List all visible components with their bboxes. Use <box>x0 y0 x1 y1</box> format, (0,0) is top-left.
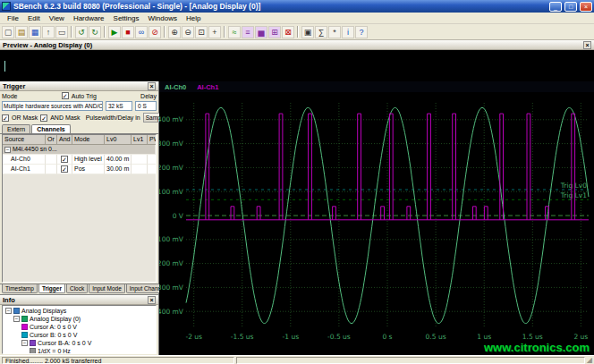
table-row[interactable]: AI-Ch1✓Pos30.00 m <box>3 165 156 174</box>
spectrum-display-icon[interactable]: ▅ <box>255 26 267 38</box>
svg-text:-0.5 us: -0.5 us <box>327 333 351 341</box>
trigger-mode-row: Mode ✓ Auto Trig Delay <box>0 91 158 100</box>
info-icon[interactable]: i <box>342 26 354 38</box>
tree-item[interactable]: Cursor A: 0 s 0 V <box>3 323 156 331</box>
menu-bar: FileEditViewHardwareSettingsWindowsHelp <box>0 13 594 24</box>
cursor-a-icon <box>21 324 28 330</box>
tree-item-label: Analog Displays <box>21 308 66 314</box>
collapse-icon[interactable]: − <box>4 147 11 153</box>
help-icon[interactable]: ? <box>355 26 368 38</box>
tree-item-label: Analog Display (0) <box>30 316 81 322</box>
cell-and[interactable]: ✓ <box>57 165 72 174</box>
digital-display-icon[interactable]: ≡ <box>242 26 254 38</box>
and-checkbox[interactable]: ✓ <box>61 165 68 173</box>
analog-display-icon[interactable]: ≈ <box>228 26 241 38</box>
tree-item[interactable]: 1/dX = 0 Hz <box>3 347 156 354</box>
export-icon[interactable]: ↑ <box>42 26 55 38</box>
delay-field[interactable]: 0 S <box>135 101 157 111</box>
close-button[interactable]: × <box>580 2 592 12</box>
tree-item[interactable]: Cursor B: 0 s 0 V <box>3 331 156 339</box>
info-close-icon[interactable]: × <box>148 296 156 304</box>
abort-icon[interactable]: ⊘ <box>148 26 161 38</box>
add-display-icon[interactable]: ⊞ <box>268 26 281 38</box>
loop-icon[interactable]: ∞ <box>135 26 148 38</box>
svg-text:2 us: 2 us <box>573 333 588 341</box>
zoom-out-icon[interactable]: ⊖ <box>182 26 194 38</box>
tree-item[interactable]: −Cursor B-A: 0 s 0 V <box>3 339 156 347</box>
and-mask-checkbox[interactable]: ✓ <box>40 114 47 122</box>
svg-text:-1 us: -1 us <box>283 333 300 341</box>
collapse-icon[interactable]: − <box>21 340 28 346</box>
analog-display-icon <box>21 316 28 322</box>
svg-text:-2 us: -2 us <box>185 333 202 341</box>
svg-text:0 s: 0 s <box>382 333 392 341</box>
menu-item-file[interactable]: File <box>3 14 23 22</box>
open-file-icon[interactable]: ▤ <box>15 26 28 38</box>
auto-trig-checkbox[interactable]: ✓ <box>62 92 69 99</box>
delete-display-icon[interactable]: ⊠ <box>282 26 294 38</box>
or-mask-checkbox[interactable]: ✓ <box>2 114 9 122</box>
print-icon[interactable]: ▭ <box>55 26 68 38</box>
table-group-row[interactable]: −M4i.4450 sn 0... <box>3 145 156 155</box>
menu-item-hardware[interactable]: Hardware <box>69 14 109 22</box>
channel-label-ai-ch0[interactable]: AI-Ch0 <box>165 83 186 91</box>
cell-and[interactable]: ✓ <box>57 155 72 165</box>
svg-text:-100 mV: -100 mV <box>159 235 184 243</box>
undo-icon[interactable]: ↺ <box>75 26 88 38</box>
table-row[interactable]: AI-Ch0✓High level40.00 m <box>3 155 156 165</box>
trigger-panel: Trigger × Mode ✓ Auto Trig Delay Multipl… <box>0 81 158 294</box>
menu-item-settings[interactable]: Settings <box>109 14 144 22</box>
zoom-in-icon[interactable]: ⊕ <box>168 26 181 38</box>
column-header-source: Source <box>3 135 46 145</box>
trigger-close-icon[interactable]: × <box>148 82 156 90</box>
calculation-icon[interactable]: ∑ <box>315 26 327 38</box>
trigger-mask-row: ✓ OR Mask ✓ AND Mask Pulsewidth/Delay in… <box>0 112 158 123</box>
cell-lv1 <box>132 155 148 165</box>
tab-extern[interactable]: Extern <box>2 124 30 133</box>
trigger-source-select[interactable]: Multiple hardware sources with AND/OR ▼ <box>2 101 103 111</box>
menu-item-view[interactable]: View <box>45 14 69 22</box>
posttrigger-field[interactable]: 32 kS <box>106 101 132 111</box>
menu-item-windows[interactable]: Windows <box>143 14 181 22</box>
cell-source: AI-Ch0 <box>3 155 46 165</box>
svg-text:Trig Lv1: Trig Lv1 <box>560 191 587 199</box>
channel-label-ai-ch1[interactable]: AI-Ch1 <box>197 83 218 91</box>
zoom-fit-icon[interactable]: ⊡ <box>195 26 208 38</box>
preview-canvas[interactable] <box>0 50 594 81</box>
menu-item-edit[interactable]: Edit <box>23 14 45 22</box>
sbench-window: SBench 6.2.3 build 8080 (Professional - … <box>0 0 594 364</box>
svg-text:100 mV: 100 mV <box>159 188 184 196</box>
settings-icon[interactable]: * <box>328 26 341 38</box>
resize-grip[interactable]: ◢ <box>587 357 592 364</box>
save-file-icon[interactable]: ▦ <box>29 26 41 38</box>
hardware-setup-icon[interactable]: ▣ <box>301 26 314 38</box>
toolbar: ▢▤▦↑▭↺↻▶■∞⊘⊕⊖⊡+≈≡▅⊞⊠▣∑*i? <box>0 24 594 40</box>
menu-item-help[interactable]: Help <box>182 14 205 22</box>
stop-icon[interactable]: ■ <box>122 26 134 38</box>
cell-lv0: 40.00 m <box>105 155 132 165</box>
tree-item-label: Cursor A: 0 s 0 V <box>30 324 77 330</box>
minimize-button[interactable]: _ <box>549 2 562 12</box>
trigger-table: SourceOrAndModeLv0Lv1PW−M4i.4450 sn 0...… <box>2 134 157 283</box>
and-checkbox[interactable]: ✓ <box>61 156 68 163</box>
waveform-plot[interactable]: 400 mV300 mV200 mV100 mV0 V-100 mV-200 m… <box>159 92 594 355</box>
collapse-icon[interactable]: − <box>5 308 12 314</box>
collapse-icon[interactable]: − <box>13 316 20 322</box>
tab-channels[interactable]: Channels <box>31 124 71 133</box>
start-icon[interactable]: ▶ <box>108 26 121 38</box>
group-cell: −M4i.4450 sn 0... <box>3 145 156 155</box>
bottom-tab-trigger[interactable]: Trigger <box>38 284 65 293</box>
bottom-tab-input-mode[interactable]: Input Mode <box>89 284 125 293</box>
bottom-tab-clock[interactable]: Clock <box>66 284 88 293</box>
tree-item[interactable]: −Analog Display (0) <box>3 315 156 323</box>
new-file-icon[interactable]: ▢ <box>2 26 14 38</box>
cell-lv0: 30.00 m <box>105 165 132 174</box>
tree-item[interactable]: −Analog Displays <box>3 307 156 315</box>
svg-text:0.5 us: 0.5 us <box>426 333 446 341</box>
maximize-button[interactable]: □ <box>564 2 577 12</box>
cursor-icon[interactable]: + <box>208 26 221 38</box>
preview-close-icon[interactable]: × <box>583 41 591 49</box>
info-title: Info <box>3 296 15 304</box>
redo-icon[interactable]: ↻ <box>89 26 101 38</box>
bottom-tab-timestamp[interactable]: Timestamp <box>2 284 38 293</box>
